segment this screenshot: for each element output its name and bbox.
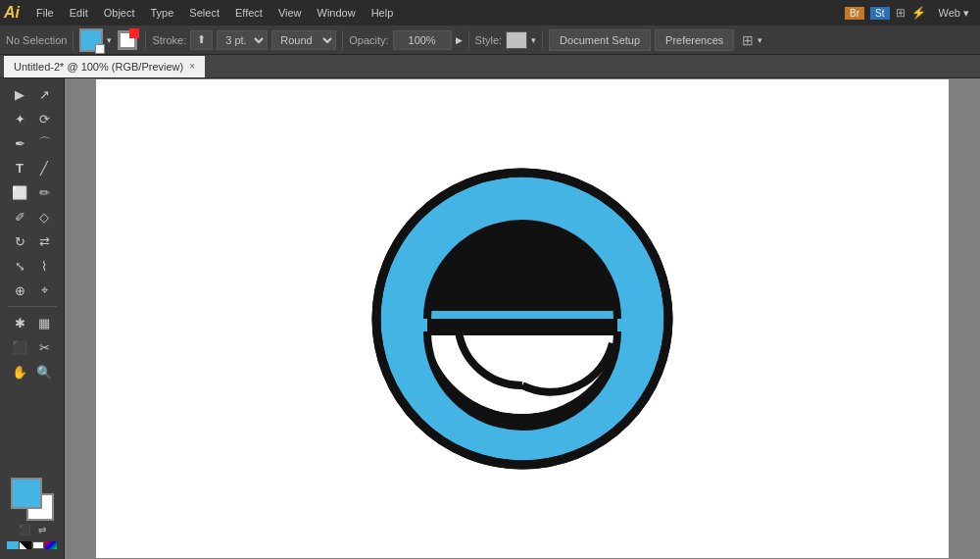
- stroke-size-dropdown[interactable]: 3 pt.1 pt.2 pt.5 pt.: [217, 30, 268, 50]
- tab-close-button[interactable]: ×: [189, 61, 195, 72]
- type-tool[interactable]: T: [8, 156, 31, 179]
- selection-tool[interactable]: ▶: [8, 82, 31, 106]
- foreground-color-swatch[interactable]: [11, 478, 42, 509]
- style-label: Style:: [475, 34, 503, 46]
- stroke-color-box[interactable]: [118, 30, 137, 50]
- free-transform-tool[interactable]: ⊕: [8, 279, 31, 302]
- bridge-icon[interactable]: Br: [845, 7, 864, 20]
- stroke-indicator: [116, 28, 139, 52]
- menu-edit[interactable]: Edit: [63, 5, 95, 21]
- preferences-button[interactable]: Preferences: [655, 29, 734, 51]
- color-mode-white[interactable]: [32, 541, 44, 549]
- menu-effect[interactable]: Effect: [228, 5, 270, 21]
- default-colors-icon[interactable]: ⬛: [19, 525, 30, 535]
- extension-icon[interactable]: ⚡: [911, 6, 926, 20]
- pencil-tool[interactable]: ✐: [8, 205, 31, 229]
- sep5: [542, 30, 543, 50]
- sep4: [468, 30, 469, 50]
- artwork-svg: [366, 162, 679, 476]
- lasso-tool[interactable]: ⟳: [32, 107, 56, 130]
- symbol-sprayer-tool[interactable]: ✱: [8, 311, 31, 334]
- shaper-tool[interactable]: ◇: [32, 205, 56, 229]
- tool-row-2: ✦ ⟳: [8, 107, 56, 130]
- line-tool[interactable]: ╱: [32, 156, 56, 179]
- toolbox: ▶ ↗ ✦ ⟳ ✒ ⌒ T ╱ ⬜ ✏ ✐ ◇ ↻ ⇄: [0, 78, 65, 559]
- menu-select[interactable]: Select: [182, 5, 226, 21]
- selection-label: No Selection: [6, 34, 67, 46]
- tool-row-10: ✱ ▦: [8, 311, 56, 334]
- scale-tool[interactable]: ⤡: [8, 254, 31, 278]
- stroke-style-dropdown[interactable]: RoundButtSquare: [271, 30, 336, 50]
- tool-row-4: T ╱: [8, 156, 56, 179]
- color-mode-fill[interactable]: [7, 541, 19, 549]
- reflect-tool[interactable]: ⇄: [32, 229, 56, 253]
- menu-object[interactable]: Object: [97, 5, 142, 21]
- opacity-arrow[interactable]: ▶: [456, 35, 463, 45]
- menu-type[interactable]: Type: [144, 5, 181, 21]
- app-logo: Ai: [4, 4, 20, 22]
- canvas: [96, 79, 949, 558]
- style-arrow[interactable]: ▾: [531, 35, 536, 45]
- stroke-red-indicator: [129, 28, 139, 38]
- slice-tool[interactable]: ✂: [32, 335, 56, 359]
- menu-right: Br St ⊞ ⚡ Web ▾: [845, 5, 976, 22]
- tool-row-7: ↻ ⇄: [8, 229, 56, 253]
- document-tab[interactable]: Untitled-2* @ 100% (RGB/Preview) ×: [4, 56, 205, 77]
- stroke-label: Stroke:: [152, 34, 186, 46]
- swap-colors-icon[interactable]: ⇄: [38, 525, 46, 535]
- sep3: [342, 30, 343, 50]
- fill-color-box[interactable]: [79, 28, 103, 52]
- menu-file[interactable]: File: [29, 5, 61, 21]
- menu-window[interactable]: Window: [311, 5, 363, 21]
- zoom-tool[interactable]: 🔍: [32, 360, 56, 383]
- color-reset-row: ⬛ ⇄: [19, 525, 46, 535]
- web-menu[interactable]: Web ▾: [932, 5, 976, 22]
- toolbar2: No Selection ▾ Stroke: ⬆ 3 pt.1 pt.2 pt.…: [0, 25, 980, 55]
- pen-tool[interactable]: ✒: [8, 131, 31, 155]
- tool-row-11: ⬛ ✂: [8, 335, 56, 359]
- document-setup-button[interactable]: Document Setup: [549, 29, 651, 51]
- color-mode-none[interactable]: [20, 541, 31, 549]
- rectangle-tool[interactable]: ⬜: [8, 180, 31, 204]
- stroke-up-btn[interactable]: ⬆: [190, 30, 213, 50]
- magic-wand-tool[interactable]: ✦: [8, 107, 31, 130]
- grid-icon[interactable]: ⊞: [896, 6, 906, 20]
- color-area: ⬛ ⇄: [1, 472, 63, 555]
- tool-row-1: ▶ ↗: [8, 82, 56, 106]
- up-arrow-icon: ⬆: [197, 33, 206, 46]
- rotate-tool[interactable]: ↻: [8, 229, 31, 253]
- tool-row-8: ⤡ ⌇: [8, 254, 56, 278]
- warp-tool[interactable]: ⌇: [32, 254, 56, 278]
- opacity-input[interactable]: [393, 30, 452, 50]
- hand-tool[interactable]: ✋: [8, 360, 31, 383]
- arrange-icon[interactable]: ⊞: [742, 32, 754, 48]
- tool-row-5: ⬜ ✏: [8, 180, 56, 204]
- direct-selection-tool[interactable]: ↗: [32, 82, 56, 106]
- style-preview[interactable]: [506, 31, 527, 49]
- color-mode-gradient[interactable]: [45, 541, 57, 549]
- tab-bar: Untitled-2* @ 100% (RGB/Preview) ×: [0, 55, 980, 78]
- curvature-tool[interactable]: ⌒: [32, 131, 56, 155]
- fill-bg-color: [95, 44, 105, 54]
- color-mode-row: [7, 541, 57, 549]
- artboard-tool[interactable]: ⬛: [8, 335, 31, 359]
- menu-view[interactable]: View: [271, 5, 309, 21]
- sep2: [145, 30, 146, 50]
- arrange-arrow[interactable]: ▾: [758, 35, 762, 45]
- menu-bar: Ai File Edit Object Type Select Effect V…: [0, 0, 980, 25]
- tool-sep: [8, 306, 57, 307]
- tool-row-9: ⊕ ⌖: [8, 279, 56, 302]
- tool-row-6: ✐ ◇: [8, 205, 56, 229]
- stock-icon[interactable]: St: [870, 7, 889, 20]
- main-area: ▶ ↗ ✦ ⟳ ✒ ⌒ T ╱ ⬜ ✏ ✐ ◇ ↻ ⇄: [0, 78, 980, 559]
- fill-arrow[interactable]: ▾: [107, 35, 112, 45]
- tab-title: Untitled-2* @ 100% (RGB/Preview): [14, 61, 183, 73]
- canvas-area: [65, 78, 980, 559]
- column-graph-tool[interactable]: ▦: [32, 311, 56, 334]
- opacity-label: Opacity:: [349, 34, 388, 46]
- menu-help[interactable]: Help: [365, 5, 401, 21]
- puppet-warp-tool[interactable]: ⌖: [32, 279, 56, 302]
- tool-row-12: ✋ 🔍: [8, 360, 56, 383]
- tool-row-3: ✒ ⌒: [8, 131, 56, 155]
- paintbrush-tool[interactable]: ✏: [32, 180, 56, 204]
